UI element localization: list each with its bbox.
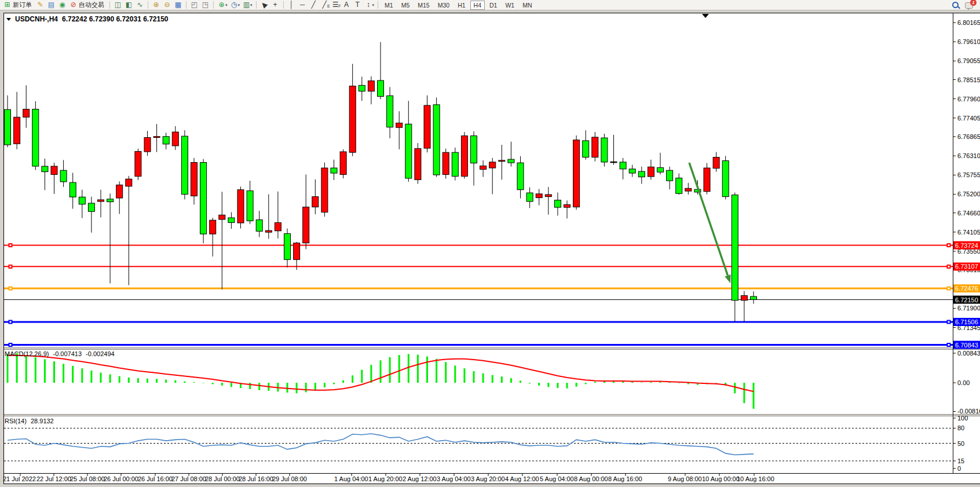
macd-name: MACD(12,26,9) bbox=[5, 350, 49, 357]
timeframe-m1[interactable]: M1 bbox=[381, 1, 397, 10]
hline-handle-center bbox=[10, 321, 12, 323]
price-tick-label: 6.77405 bbox=[957, 115, 980, 122]
candle bbox=[88, 203, 94, 211]
periods-icon[interactable]: ◷ bbox=[229, 1, 240, 10]
candle bbox=[256, 220, 262, 232]
chart-canvas[interactable]: 6.801656.796106.790556.785156.779606.774… bbox=[0, 0, 980, 487]
candle bbox=[60, 170, 67, 182]
price-tick-label: 6.74660 bbox=[957, 210, 980, 217]
new-order-icon[interactable]: ⊞ bbox=[2, 1, 13, 10]
autotrade-icon-label[interactable]: 自动交易 bbox=[79, 1, 104, 9]
candle bbox=[275, 222, 281, 230]
macd-label: MACD(12,26,9) -0.007413 -0.002494 bbox=[5, 350, 117, 357]
price-tick-label: 6.71900 bbox=[957, 305, 980, 312]
candle bbox=[573, 140, 580, 207]
search-icon[interactable] bbox=[951, 1, 960, 10]
time-label: 28 Jul 16:00 bbox=[239, 475, 273, 482]
candle bbox=[23, 109, 30, 118]
macd-tick-label: -0.008167 bbox=[957, 408, 980, 415]
price-chip-label: 6.70843 bbox=[955, 342, 978, 349]
chart-shift-icon[interactable]: ◰ bbox=[189, 1, 200, 10]
candle bbox=[415, 149, 421, 180]
auto-scroll-icon[interactable]: ◳ bbox=[200, 1, 211, 10]
candle bbox=[480, 166, 487, 169]
candle bbox=[499, 160, 505, 162]
fibonacci-icon[interactable]: ☰F bbox=[330, 1, 341, 10]
time-label: 26 Jul 00:00 bbox=[104, 475, 138, 482]
toolbar-separator bbox=[378, 1, 378, 9]
rsi-tick-label: 15 bbox=[957, 457, 964, 464]
candle bbox=[126, 179, 132, 186]
candle bbox=[443, 152, 449, 174]
candle bbox=[424, 105, 430, 148]
zoom-out-icon[interactable]: ⊖ bbox=[162, 1, 173, 10]
rsi-tick-label: 0 bbox=[957, 465, 961, 472]
timeframe-mn[interactable]: MN bbox=[519, 1, 535, 10]
autotrade-icon[interactable]: ⊘ bbox=[68, 1, 79, 10]
timeframe-m15[interactable]: M15 bbox=[414, 1, 433, 10]
candle bbox=[722, 161, 729, 197]
collapse-icon[interactable] bbox=[6, 18, 11, 21]
text-label-icon[interactable]: T bbox=[352, 1, 363, 10]
new-order-icon-label[interactable]: 新订单 bbox=[13, 1, 32, 9]
candle bbox=[98, 200, 104, 202]
horizontal-line-icon[interactable]: ─ bbox=[297, 1, 308, 10]
time-label: 28 Jul 00:00 bbox=[205, 475, 240, 482]
timeframe-m5[interactable]: M5 bbox=[398, 1, 414, 10]
equidistant-channel-icon[interactable]: ╱E bbox=[319, 1, 330, 10]
indicators-icon[interactable]: ⊕ bbox=[216, 1, 227, 10]
candle-chart-icon[interactable]: ◧ bbox=[123, 1, 134, 10]
chat-icon[interactable]: 1 bbox=[965, 1, 975, 9]
candle bbox=[42, 166, 48, 172]
hline-handle-center bbox=[10, 344, 12, 346]
market-watch-icon[interactable]: ▤ bbox=[46, 1, 57, 10]
timeframe-h1[interactable]: H1 bbox=[454, 1, 469, 10]
crayon-icon[interactable]: ✎ bbox=[35, 1, 46, 10]
rsi-label: RSI(14) 28.9132 bbox=[5, 418, 56, 424]
crosshair-icon[interactable]: + bbox=[270, 1, 281, 10]
candle bbox=[294, 243, 300, 260]
bar-chart-icon[interactable]: ◫ bbox=[112, 1, 123, 10]
candle bbox=[564, 204, 571, 207]
trendline-icon[interactable]: ╱ bbox=[308, 1, 319, 10]
chart-background bbox=[3, 13, 980, 484]
candle bbox=[219, 215, 225, 219]
cursor-icon[interactable]: ▶ bbox=[259, 1, 270, 10]
zoom-in-icon[interactable]: ⊕ bbox=[151, 1, 162, 10]
price-tick-label: 6.76310 bbox=[957, 152, 980, 159]
timeframe-h4[interactable]: H4 bbox=[470, 1, 485, 10]
price-chip-label: 6.73724 bbox=[955, 242, 978, 249]
time-label: 25 Jul 08:00 bbox=[70, 475, 105, 482]
time-label: 5 Aug 04:00 bbox=[540, 475, 574, 482]
macd-tick-label: 0.00 bbox=[957, 379, 970, 386]
price-tick-label: 6.78515 bbox=[957, 76, 980, 83]
candle bbox=[685, 188, 692, 191]
candle bbox=[396, 123, 403, 127]
candle bbox=[704, 168, 710, 192]
toolbar-separator bbox=[283, 1, 284, 9]
candle bbox=[508, 159, 514, 163]
candle bbox=[461, 136, 467, 177]
timeframe-w1[interactable]: W1 bbox=[502, 1, 518, 10]
vertical-line-icon[interactable]: │ bbox=[286, 1, 297, 10]
time-label: 1 Aug 20:00 bbox=[368, 475, 403, 482]
timeframe-d1[interactable]: D1 bbox=[486, 1, 500, 10]
candle bbox=[153, 137, 160, 138]
timeframe-m30[interactable]: M30 bbox=[434, 1, 453, 10]
arrows-icon[interactable]: ↕ bbox=[363, 1, 374, 10]
signal-icon[interactable]: ◉ bbox=[57, 1, 68, 10]
toolbar-separator bbox=[148, 1, 148, 9]
templates-icon[interactable]: ▥ bbox=[241, 1, 252, 10]
candle bbox=[657, 167, 664, 172]
rsi-name: RSI(14) bbox=[5, 418, 27, 424]
timeframe-buttons: M1M5M15M30H1H4D1W1MN bbox=[381, 1, 536, 10]
hline-handle-center bbox=[948, 266, 950, 268]
tile-windows-icon[interactable]: ▦ bbox=[173, 1, 184, 10]
text-icon[interactable]: A bbox=[341, 1, 352, 10]
candle bbox=[667, 170, 673, 181]
line-chart-icon[interactable]: ∿ bbox=[134, 1, 145, 10]
time-label: 2 Aug 12:00 bbox=[403, 475, 437, 482]
candle bbox=[51, 166, 57, 174]
candle bbox=[601, 138, 608, 162]
symbol-period: USDCNH-,H4 bbox=[15, 15, 58, 23]
